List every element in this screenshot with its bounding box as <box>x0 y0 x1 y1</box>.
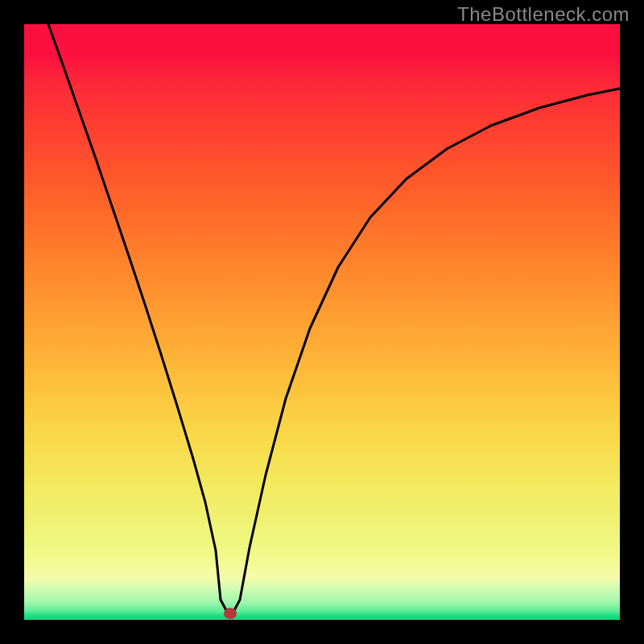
bottleneck-curve <box>24 24 620 620</box>
watermark-text: TheBottleneck.com <box>457 3 630 26</box>
optimum-marker <box>224 608 237 619</box>
curve-path <box>48 24 620 612</box>
plot-area <box>24 24 620 620</box>
chart-frame: TheBottleneck.com <box>0 0 644 644</box>
